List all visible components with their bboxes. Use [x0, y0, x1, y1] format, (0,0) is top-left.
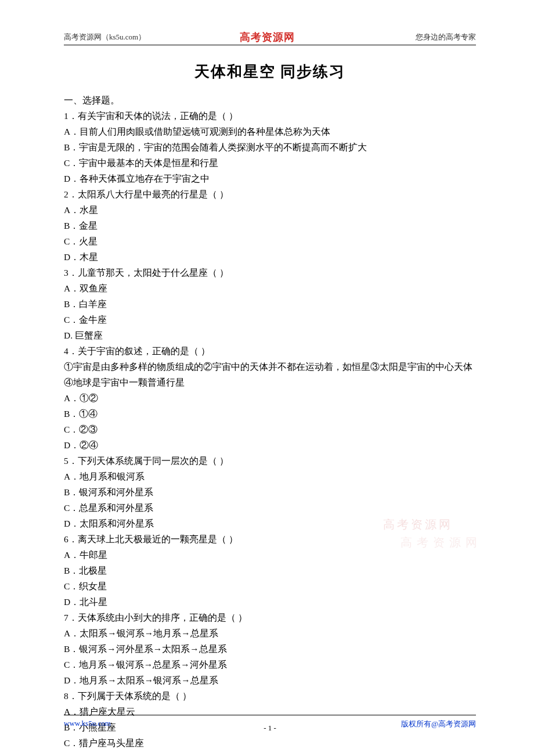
q5-opt-d: D．太阳系和河外星系 — [64, 516, 476, 531]
q7-stem: 7．天体系统由小到大的排序，正确的是（ ） — [64, 610, 476, 625]
header-center-logo: 高考资源网 — [240, 30, 295, 44]
q5-opt-c: C．总星系和河外星系 — [64, 500, 476, 516]
q6-opt-b: B．北极星 — [64, 563, 476, 578]
q4-stem: 4．关于宇宙的叙述，正确的是（ ） — [64, 343, 476, 359]
q8-stem: 8．下列属于天体系统的是（ ） — [64, 688, 476, 704]
q1-opt-c: C．宇宙中最基本的天体是恒星和行星 — [64, 155, 476, 171]
q4-opt-a: A．①② — [64, 390, 476, 406]
footer-bar: www.ks5u.com - 1 - 版权所有@高考资源网 — [64, 715, 476, 729]
q6-stem: 6．离天球上北天极最近的一颗亮星是（ ） — [64, 531, 476, 547]
q1-stem: 1．有关宇宙和天体的说法，正确的是（ ） — [64, 108, 476, 124]
q6-opt-a: A．牛郎星 — [64, 547, 476, 563]
footer-page-number: - 1 - — [264, 723, 276, 733]
q7-opt-d: D．地月系→太阳系→银河系→总星系 — [64, 672, 476, 688]
q2-opt-d: D．木星 — [64, 249, 476, 265]
footer-url: www.ks5u.com — [64, 719, 111, 729]
q1-opt-d: D．各种天体孤立地存在于宇宙之中 — [64, 171, 476, 186]
q2-stem: 2．太阳系八大行星中最亮的行星是（ ） — [64, 186, 476, 202]
q4-opt-b: B．①④ — [64, 406, 476, 422]
q7-opt-a: A．太阳系→银河系→地月系→总星系 — [64, 625, 476, 641]
q2-opt-b: B．金星 — [64, 218, 476, 233]
q4-opt-d: D．②④ — [64, 437, 476, 453]
header-left: 高考资源网（ks5u.com） — [64, 32, 146, 42]
section-heading: 一、选择题。 — [64, 92, 476, 108]
q3-opt-a: A．双鱼座 — [64, 280, 476, 296]
q1-opt-a: A．目前人们用肉眼或借助望远镜可观测到的各种星体总称为天体 — [64, 124, 476, 139]
q1-opt-b: B．宇宙是无限的，宇宙的范围会随着人类探测水平的不断提高而不断扩大 — [64, 139, 476, 155]
q7-opt-c: C．地月系→银河系→总星系→河外星系 — [64, 657, 476, 672]
q3-opt-d: D. 巨蟹座 — [64, 327, 476, 343]
q3-opt-c: C．金牛座 — [64, 312, 476, 327]
footer-copyright: 版权所有@高考资源网 — [401, 719, 476, 729]
q5-stem: 5．下列天体系统属于同一层次的是（ ） — [64, 453, 476, 469]
q4-opt-c: C．②③ — [64, 422, 476, 437]
header-right: 您身边的高考专家 — [416, 32, 476, 42]
q3-stem: 3．儿童节那天，太阳处于什么星座（ ） — [64, 265, 476, 280]
q3-opt-b: B．白羊座 — [64, 296, 476, 312]
q5-opt-b: B．银河系和河外星系 — [64, 484, 476, 500]
q6-opt-d: D．北斗星 — [64, 594, 476, 610]
q7-opt-b: B．银河系→河外星系→太阳系→总星系 — [64, 641, 476, 657]
q4-extra: ①宇宙是由多种多样的物质组成的②宇宙中的天体并不都在运动着，如恒星③太阳是宇宙的… — [64, 359, 476, 390]
q8-opt-c: C．猎户座马头星座 — [64, 735, 476, 751]
document-title: 天体和星空 同步练习 — [64, 62, 476, 82]
q2-opt-c: C．火星 — [64, 233, 476, 249]
document-body: 一、选择题。 1．有关宇宙和天体的说法，正确的是（ ） A．目前人们用肉眼或借助… — [64, 92, 476, 751]
q5-opt-a: A．地月系和银河系 — [64, 469, 476, 484]
q6-opt-c: C．织女星 — [64, 578, 476, 594]
q2-opt-a: A．水星 — [64, 202, 476, 218]
